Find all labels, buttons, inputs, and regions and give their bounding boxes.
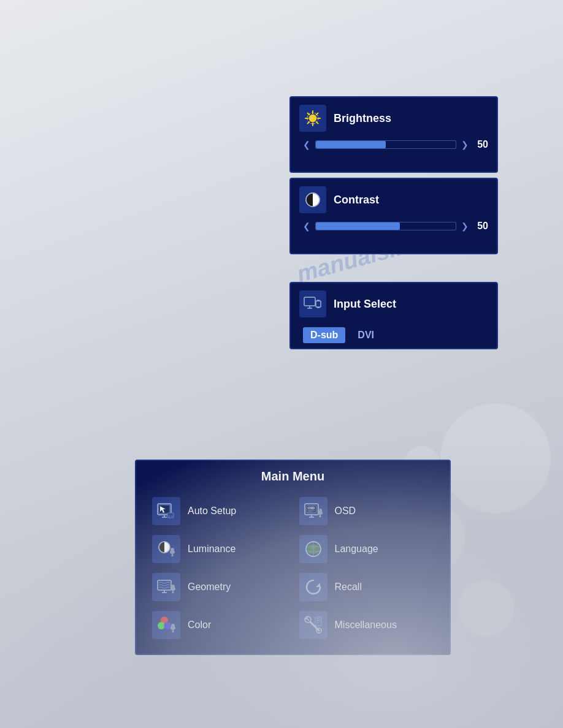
svg-point-64 <box>171 624 175 628</box>
brightness-panel: Brightness ❮ ❯ 50 <box>289 96 498 173</box>
menu-grid: ↕↔ Auto Setup OSD <box>136 490 450 646</box>
svg-text:↕↔: ↕↔ <box>168 514 174 518</box>
input-select-title: Input Select <box>334 298 396 311</box>
brightness-icon <box>304 109 322 127</box>
svg-rect-13 <box>307 299 312 304</box>
contrast-title: Contrast <box>334 194 379 207</box>
input-select-icon <box>302 294 323 314</box>
brightness-header: Brightness <box>291 97 497 137</box>
miscellaneous-icon-box <box>299 611 327 639</box>
brightness-icon-box <box>299 105 326 132</box>
contrast-value: 50 <box>473 221 488 232</box>
auto-setup-label: Auto Setup <box>188 506 236 517</box>
color-label: Color <box>188 620 211 631</box>
geometry-icon <box>156 577 177 597</box>
menu-item-luminance[interactable]: Luminance <box>146 530 293 568</box>
contrast-slider-track[interactable] <box>315 222 456 230</box>
osd-icon: OSD <box>303 501 324 521</box>
svg-line-66 <box>173 630 174 632</box>
svg-point-44 <box>170 548 174 552</box>
contrast-icon-box <box>299 186 326 213</box>
color-icon-box <box>152 611 180 639</box>
input-dsub-option[interactable]: D-sub <box>303 327 345 343</box>
menu-item-recall[interactable]: Recall <box>293 568 440 606</box>
recall-label: Recall <box>335 582 362 593</box>
miscellaneous-icon <box>303 615 324 635</box>
language-label: Language <box>335 544 378 555</box>
menu-item-color[interactable]: Color <box>146 606 293 644</box>
brightness-slider-row: ❮ ❯ 50 <box>291 137 497 157</box>
luminance-label: Luminance <box>188 544 236 555</box>
input-icon-box <box>299 290 326 317</box>
brightness-decrease-btn[interactable]: ❮ <box>303 140 310 150</box>
contrast-increase-btn[interactable]: ❯ <box>461 221 469 231</box>
color-icon <box>156 615 177 635</box>
geometry-icon-box <box>152 573 180 601</box>
svg-rect-16 <box>316 301 321 307</box>
svg-line-70 <box>307 618 309 621</box>
geometry-label: Geometry <box>188 582 231 593</box>
input-select-panel: Input Select D-sub DVI <box>289 282 498 349</box>
osd-label: OSD <box>335 506 356 517</box>
menu-item-auto-setup[interactable]: ↕↔ Auto Setup <box>146 492 293 530</box>
language-icon-box <box>299 535 327 563</box>
brightness-slider-track[interactable] <box>315 140 456 149</box>
recall-icon <box>303 577 324 597</box>
svg-point-38 <box>319 509 320 510</box>
brightness-title: Brightness <box>334 112 391 125</box>
svg-point-0 <box>309 115 316 122</box>
svg-point-55 <box>171 585 175 588</box>
osd-icon-box: OSD <box>299 497 327 525</box>
brightness-increase-btn[interactable]: ❯ <box>461 140 469 150</box>
contrast-slider-fill <box>316 222 400 230</box>
svg-line-57 <box>173 591 174 593</box>
svg-text:OSD: OSD <box>308 506 315 510</box>
input-header: Input Select <box>291 283 497 322</box>
contrast-header: Contrast <box>291 179 497 218</box>
input-options-row: D-sub DVI <box>291 322 497 351</box>
contrast-slider-row: ❮ ❯ 50 <box>291 218 497 239</box>
input-dvi-option[interactable]: DVI <box>358 330 374 341</box>
auto-setup-icon: ↕↔ <box>156 501 177 521</box>
brightness-slider-fill <box>316 141 386 148</box>
main-menu-title: Main Menu <box>136 461 450 490</box>
svg-rect-72 <box>315 617 321 626</box>
menu-item-osd[interactable]: OSD OSD <box>293 492 440 530</box>
luminance-icon-box <box>152 535 180 563</box>
auto-setup-icon-box: ↕↔ <box>152 497 180 525</box>
menu-item-language[interactable]: Language <box>293 530 440 568</box>
language-icon <box>303 539 324 559</box>
brightness-value: 50 <box>473 139 488 150</box>
contrast-icon <box>304 191 322 209</box>
miscellaneous-label: Miscellaneous <box>335 620 397 631</box>
svg-point-62 <box>164 622 171 629</box>
luminance-icon <box>156 539 177 559</box>
svg-line-7 <box>316 113 318 115</box>
menu-item-miscellaneous[interactable]: Miscellaneous <box>293 606 440 644</box>
contrast-panel: Contrast ❮ ❯ 50 <box>289 178 498 254</box>
recall-icon-box <box>299 573 327 601</box>
menu-item-geometry[interactable]: Geometry <box>146 568 293 606</box>
svg-line-40 <box>320 515 321 517</box>
contrast-decrease-btn[interactable]: ❮ <box>303 221 310 231</box>
main-menu-panel: Main Menu ↕↔ <box>135 460 451 655</box>
svg-point-37 <box>318 509 322 512</box>
svg-marker-58 <box>316 583 320 587</box>
page-background: manualslib.com Brigh <box>0 0 563 728</box>
svg-line-46 <box>172 554 173 556</box>
